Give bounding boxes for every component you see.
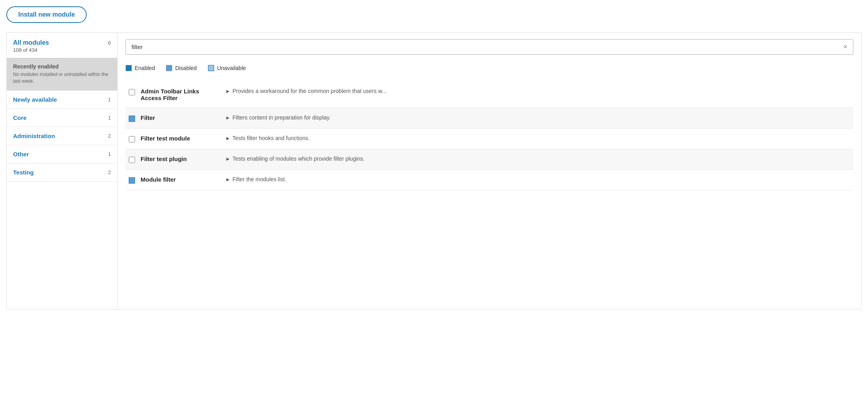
recently-enabled-description: No modules installed or uninstalled with… [13, 71, 111, 85]
legend-unavailable: Unavailable [208, 65, 246, 71]
search-clear-button[interactable]: × [838, 40, 853, 54]
module-checkbox[interactable] [129, 136, 135, 142]
module-checkbox[interactable] [129, 89, 135, 95]
expand-arrow-icon: ► [225, 156, 230, 162]
expand-arrow-icon: ► [225, 88, 230, 94]
all-modules-subtitle: 109 of 434 [13, 47, 111, 53]
module-row: Module filter ► Filter the modules list. [126, 170, 853, 190]
module-description: ► Filter the modules list. [225, 176, 850, 182]
unavailable-icon [208, 65, 214, 71]
all-modules-count-badge: 6 [108, 40, 111, 46]
sidebar-nav-label: Other [13, 151, 29, 157]
module-description-text: Provides a workaround for the common pro… [232, 88, 386, 94]
module-description: ► Tests filter hooks and functions. [225, 135, 850, 141]
module-row: Admin Toolbar Links Access Filter ► Prov… [126, 82, 853, 108]
sidebar-nav-label: Administration [13, 133, 55, 139]
module-list: Admin Toolbar Links Access Filter ► Prov… [126, 82, 853, 190]
sidebar-nav-count: 1 [108, 151, 111, 157]
module-name: Admin Toolbar Links Access Filter [141, 88, 220, 101]
recently-enabled-title: Recently enabled [13, 63, 111, 70]
sidebar-nav-label: Core [13, 114, 27, 121]
expand-arrow-icon: ► [225, 115, 230, 121]
sidebar-nav-label: Newly available [13, 96, 57, 103]
module-checkbox-blue[interactable] [129, 177, 135, 184]
search-bar: × [126, 39, 853, 55]
module-description: ► Provides a workaround for the common p… [225, 88, 850, 94]
module-checkbox-blue[interactable] [129, 116, 135, 122]
module-description-text: Tests filter hooks and functions. [232, 135, 310, 141]
all-modules-item[interactable]: 6 All modules 109 of 434 [7, 33, 117, 58]
module-description: ► Filters content in preparation for dis… [225, 114, 850, 121]
module-name: Filter test plugin [141, 156, 220, 162]
search-input[interactable] [126, 40, 838, 54]
sidebar-item-newly-available[interactable]: Newly available1 [7, 91, 117, 109]
all-modules-title: All modules [13, 39, 111, 46]
module-name: Filter test module [141, 135, 220, 142]
disabled-label: Disabled [175, 65, 196, 71]
recently-enabled-section: Recently enabled No modules installed or… [7, 58, 117, 90]
module-description: ► Tests enabling of modules which provid… [225, 156, 850, 162]
module-row: Filter test plugin ► Tests enabling of m… [126, 149, 853, 170]
sidebar-nav: Newly available1Core1Administration2Othe… [7, 91, 117, 182]
module-description-text: Tests enabling of modules which provide … [232, 156, 365, 162]
module-description-text: Filters content in preparation for displ… [232, 114, 331, 121]
enabled-label: Enabled [135, 65, 155, 71]
sidebar-nav-count: 2 [108, 133, 111, 139]
all-modules-section: 6 All modules 109 of 434 Recently enable… [7, 33, 117, 91]
expand-arrow-icon: ► [225, 135, 230, 141]
legend-enabled: Enabled [126, 65, 155, 71]
sidebar-nav-count: 1 [108, 97, 111, 102]
module-row: Filter test module ► Tests filter hooks … [126, 129, 853, 149]
sidebar-nav-count: 1 [108, 115, 111, 121]
module-name: Filter [141, 114, 220, 121]
enabled-icon [126, 65, 132, 71]
legend-disabled: Disabled [166, 65, 196, 71]
expand-arrow-icon: ► [225, 176, 230, 182]
module-row: Filter ► Filters content in preparation … [126, 108, 853, 129]
legend: Enabled Disabled Unavailable [126, 61, 853, 75]
sidebar-nav-count: 2 [108, 169, 111, 175]
disabled-icon [166, 65, 172, 71]
unavailable-label: Unavailable [217, 65, 246, 71]
sidebar-item-administration[interactable]: Administration2 [7, 127, 117, 145]
install-new-module-button[interactable]: Install new module [6, 6, 87, 23]
sidebar: 6 All modules 109 of 434 Recently enable… [7, 33, 118, 309]
module-description-text: Filter the modules list. [232, 176, 286, 182]
module-name: Module filter [141, 176, 220, 183]
sidebar-item-other[interactable]: Other1 [7, 145, 117, 163]
content-area: × Enabled Disabled Unavailable Admin Too… [118, 33, 861, 309]
main-container: 6 All modules 109 of 434 Recently enable… [6, 32, 862, 309]
module-checkbox[interactable] [129, 157, 135, 163]
sidebar-nav-label: Testing [13, 169, 34, 176]
sidebar-item-core[interactable]: Core1 [7, 109, 117, 127]
sidebar-item-testing[interactable]: Testing2 [7, 163, 117, 182]
